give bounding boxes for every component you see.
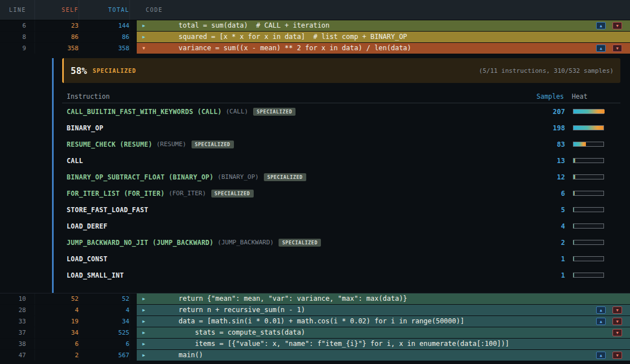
specialization-summary: 58% SPECIALIZED (5/11 instructions, 310/…	[62, 58, 620, 83]
code-cell[interactable]: ▼ variance = sum((x - mean) ** 2 for x i…	[137, 43, 630, 54]
move-down-button[interactable]: ▼	[612, 329, 622, 336]
instruction-row: BINARY_OP 198	[62, 120, 620, 136]
collapse-arrow-icon[interactable]: ▼	[142, 43, 150, 54]
line-number: 33	[0, 316, 35, 327]
expand-arrow-icon[interactable]: ▶	[142, 350, 150, 361]
instruction-name: CALL	[67, 157, 83, 165]
col-header-heat: Heat	[572, 93, 604, 100]
code-cell[interactable]: ▶ return {"mean": mean, "var": variance,…	[137, 293, 630, 304]
col-header-self: SELF	[35, 0, 79, 20]
col-header-total: TOTAL	[79, 0, 130, 20]
instruction-row: FOR_ITER_LIST (FOR_ITER) (FOR_ITER) SPEC…	[62, 185, 620, 201]
total-samples: 6	[79, 339, 130, 349]
heat-bar	[573, 142, 604, 147]
code-row: 10 52 52 ▶ return {"mean": mean, "var": …	[0, 293, 630, 305]
instruction-name: LOAD_DEREF	[67, 222, 107, 230]
code-cell[interactable]: ▶ total = sum(data) # CALL + iteration ▲…	[137, 20, 630, 31]
gutter-gap	[130, 327, 137, 338]
expand-arrow-icon[interactable]: ▶	[142, 305, 150, 315]
code-cell[interactable]: ▶ items = [{"value": x, "name": f"item_{…	[137, 339, 630, 349]
heat-bar-fill	[573, 257, 574, 261]
code-text: return {"mean": mean, "var": variance, "…	[179, 293, 407, 304]
gutter-gap	[130, 350, 137, 361]
gutter-gap	[130, 32, 137, 42]
instruction-name: FOR_ITER_LIST (FOR_ITER)	[67, 190, 164, 198]
line-number: 9	[0, 43, 35, 54]
total-samples: 52	[79, 293, 130, 304]
instruction-samples: 1	[531, 271, 565, 279]
heat-bar-fill	[573, 126, 603, 130]
expand-arrow-icon[interactable]: ▶	[142, 316, 150, 327]
heat-bar	[573, 174, 604, 179]
instruction-samples: 13	[531, 157, 565, 165]
expand-arrow-icon[interactable]: ▶	[142, 293, 150, 304]
line-number: 8	[0, 32, 35, 42]
expand-arrow-icon[interactable]: ▶	[142, 32, 150, 42]
self-samples: 2	[35, 350, 79, 361]
expand-arrow-icon[interactable]: ▶	[142, 327, 150, 338]
code-text: stats = compute_stats(data)	[179, 327, 305, 338]
instruction-name: RESUME_CHECK (RESUME)	[67, 141, 153, 148]
move-down-button[interactable]: ▼	[612, 45, 622, 52]
code-row: 6 23 144 ▶ total = sum(data) # CALL + it…	[0, 20, 630, 32]
line-number: 6	[0, 20, 35, 31]
row-nav-buttons: ▲ ▼	[596, 22, 630, 29]
code-text: data = [math.sin(i * 0.01) + math.cos(i …	[179, 316, 464, 327]
code-cell[interactable]: ▶ stats = compute_stats(data) ▼	[137, 327, 630, 338]
row-nav-buttons: ▼	[612, 329, 630, 336]
instruction-name: LOAD_CONST	[67, 255, 107, 263]
heat-bar	[573, 273, 604, 278]
heat-bar-fill	[573, 191, 575, 195]
heat-bar	[573, 240, 604, 245]
instruction-base-opcode: (BINARY_OP)	[218, 173, 259, 181]
move-up-button[interactable]: ▲	[596, 306, 606, 314]
col-header-instruction: Instruction	[67, 93, 530, 100]
instruction-samples: 5	[531, 206, 565, 214]
instruction-name: STORE_FAST_LOAD_FAST	[67, 206, 148, 214]
heat-bar-fill	[573, 224, 574, 228]
move-down-button[interactable]: ▼	[612, 22, 622, 29]
code-row: 33 19 34 ▶ data = [math.sin(i * 0.01) + …	[0, 316, 630, 327]
code-text: squared = [x * x for x in data] # list c…	[179, 32, 407, 42]
heat-bar	[573, 223, 604, 229]
expand-arrow-icon[interactable]: ▶	[142, 339, 150, 349]
heat-bar-fill	[573, 159, 575, 163]
instruction-name: CALL_BUILTIN_FAST_WITH_KEYWORDS (CALL)	[67, 108, 222, 116]
col-header-line: LINE	[0, 0, 35, 20]
line-number: 47	[0, 350, 35, 361]
code-text: total = sum(data) # CALL + iteration	[179, 20, 329, 31]
code-cell[interactable]: ▶ squared = [x * x for x in data] # list…	[137, 32, 630, 42]
instruction-name: BINARY_OP_SUBTRACT_FLOAT (BINARY_OP)	[67, 173, 214, 181]
line-number: 37	[0, 327, 35, 338]
move-up-button[interactable]: ▲	[596, 45, 606, 52]
self-samples: 52	[35, 293, 79, 304]
instruction-base-opcode: (RESUME)	[157, 141, 186, 148]
self-samples: 358	[35, 43, 79, 54]
instruction-samples: 12	[531, 173, 565, 181]
move-up-button[interactable]: ▲	[596, 22, 606, 29]
move-up-button[interactable]: ▲	[596, 318, 606, 325]
gutter-gap	[130, 43, 137, 54]
code-cell[interactable]: ▶ data = [math.sin(i * 0.01) + math.cos(…	[137, 316, 630, 327]
specialization-panel: 58% SPECIALIZED (5/11 instructions, 310/…	[0, 58, 630, 293]
code-cell[interactable]: ▶ return n + recursive_sum(n - 1) ▲ ▼	[137, 305, 630, 315]
col-header-code: CODE	[137, 0, 630, 20]
specialized-badge: SPECIALIZED	[211, 190, 254, 198]
code-row: 28 4 4 ▶ return n + recursive_sum(n - 1)…	[0, 305, 630, 316]
heat-bar-fill	[573, 109, 605, 113]
instruction-name: JUMP_BACKWARD_NO_JIT (JUMP_BACKWARD)	[67, 239, 214, 247]
specialization-meta: (5/11 instructions, 310/532 samples)	[479, 67, 614, 74]
heat-bar	[573, 191, 604, 196]
instruction-base-opcode: (CALL)	[226, 108, 249, 115]
heat-bar	[573, 125, 604, 130]
gutter-gap	[130, 305, 137, 315]
instruction-base-opcode: (FOR_ITER)	[168, 190, 206, 197]
code-cell[interactable]: ▶ main() ▲ ▼	[137, 350, 630, 361]
row-nav-buttons: ▲ ▼	[596, 352, 630, 359]
move-up-button[interactable]: ▲	[596, 352, 606, 359]
move-down-button[interactable]: ▼	[612, 306, 622, 314]
move-down-button[interactable]: ▼	[612, 352, 622, 359]
total-samples: 144	[79, 20, 130, 31]
expand-arrow-icon[interactable]: ▶	[142, 20, 150, 31]
move-down-button[interactable]: ▼	[612, 318, 622, 325]
